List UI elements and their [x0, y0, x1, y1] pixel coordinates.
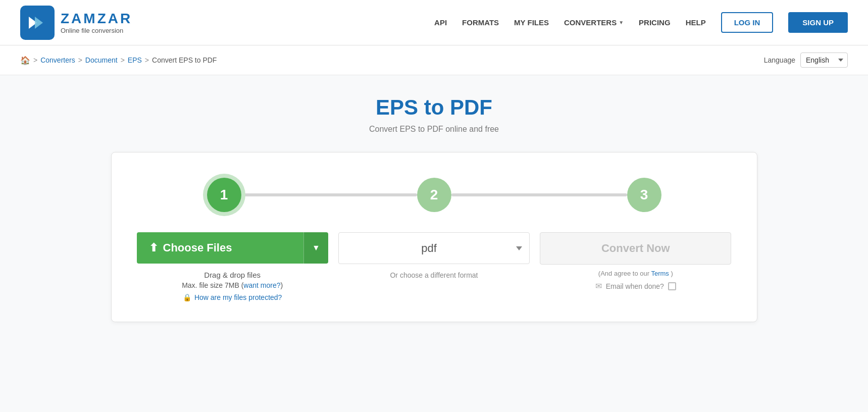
- nav-converters[interactable]: CONVERTERS: [564, 18, 617, 27]
- action-row: ⬆ Choose Files ▼ Drag & drop files Max. …: [137, 232, 732, 301]
- page-title-area: EPS to PDF: [111, 95, 757, 120]
- step-2-col: pdf docx png jpg tiff Or choose a differ…: [338, 232, 530, 279]
- login-button[interactable]: LOG IN: [721, 12, 774, 33]
- want-more-link[interactable]: want more?: [243, 281, 280, 289]
- file-size-text: Max. file size 7MB (want more?): [182, 281, 283, 289]
- terms-text: (And agree to our Terms ): [540, 270, 731, 277]
- format-select-wrapper: pdf docx png jpg tiff Or choose a differ…: [338, 232, 530, 279]
- breadcrumb-current: Convert EPS to PDF: [152, 56, 217, 64]
- breadcrumb-sep-1: >: [33, 56, 37, 64]
- main-content: EPS to PDF Convert EPS to PDF online and…: [81, 75, 788, 342]
- email-checkbox[interactable]: [668, 282, 676, 290]
- steps-container: 1 2 3: [207, 178, 661, 212]
- lock-icon: 🔒: [183, 293, 191, 301]
- breadcrumb-converters[interactable]: Converters: [40, 56, 75, 64]
- step-2-number: 2: [430, 187, 438, 203]
- converter-card: 1 2 3 ⬆ Choose Files ▼: [111, 152, 757, 322]
- step-3-number: 3: [640, 187, 648, 203]
- drag-drop-text: Drag & drop files: [204, 271, 261, 279]
- email-icon: ✉: [595, 281, 602, 291]
- format-select[interactable]: pdf docx png jpg tiff: [338, 232, 530, 264]
- email-label: Email when done?: [606, 282, 664, 290]
- breadcrumb-home-icon[interactable]: 🏠: [20, 56, 30, 65]
- breadcrumb-bar: 🏠 > Converters > Document > EPS > Conver…: [0, 45, 868, 75]
- terms-suffix: ): [671, 270, 673, 277]
- choose-files-dropdown-button[interactable]: ▼: [303, 232, 328, 264]
- step-line-1: [241, 193, 417, 196]
- breadcrumb-document[interactable]: Document: [85, 56, 118, 64]
- logo-icon: [20, 6, 55, 40]
- nav: API FORMATS MY FILES CONVERTERS ▼ PRICIN…: [434, 12, 848, 33]
- nav-formats[interactable]: FORMATS: [462, 18, 499, 27]
- converters-dropdown-icon: ▼: [619, 20, 624, 25]
- breadcrumb-sep-3: >: [121, 56, 125, 64]
- terms-link[interactable]: Terms: [651, 270, 669, 277]
- terms-prefix: (And agree to our: [598, 270, 649, 277]
- choose-files-label: Choose Files: [163, 241, 232, 254]
- breadcrumb-eps[interactable]: EPS: [128, 56, 142, 64]
- step-3-circle: 3: [627, 178, 661, 212]
- logo-tagline: Online file conversion: [61, 27, 132, 34]
- nav-converters-wrapper[interactable]: CONVERTERS ▼: [564, 18, 624, 27]
- breadcrumb-sep-4: >: [145, 56, 149, 64]
- step-1-number: 1: [220, 187, 228, 203]
- signup-button[interactable]: SIGN UP: [788, 12, 848, 33]
- convert-now-button[interactable]: Convert Now: [540, 232, 731, 265]
- choose-files-button[interactable]: ⬆ Choose Files: [137, 232, 303, 264]
- header: ZAMZAR Online file conversion API FORMAT…: [0, 0, 868, 45]
- step-3-col: Convert Now (And agree to our Terms ) ✉ …: [540, 232, 731, 291]
- format-hint: Or choose a different format: [338, 271, 530, 279]
- choose-files-wrapper: ⬆ Choose Files ▼: [137, 232, 328, 264]
- dropdown-chevron-icon: ▼: [312, 243, 320, 252]
- nav-pricing[interactable]: PRICING: [639, 18, 671, 27]
- breadcrumb-sep-2: >: [78, 56, 82, 64]
- convert-now-wrapper: Convert Now (And agree to our Terms ) ✉ …: [540, 232, 731, 291]
- language-select[interactable]: English Français Deutsch Español: [800, 53, 848, 68]
- nav-help[interactable]: HELP: [686, 18, 706, 27]
- logo-text: ZAMZAR Online file conversion: [61, 11, 132, 34]
- email-row: ✉ Email when done?: [540, 281, 731, 291]
- page-title: EPS to PDF: [111, 95, 757, 120]
- step-1-col: ⬆ Choose Files ▼ Drag & drop files Max. …: [137, 232, 328, 301]
- nav-my-files[interactable]: MY FILES: [514, 18, 549, 27]
- breadcrumb: 🏠 > Converters > Document > EPS > Conver…: [20, 56, 217, 65]
- logo-area: ZAMZAR Online file conversion: [20, 6, 132, 40]
- step-2-circle: 2: [417, 178, 451, 212]
- protect-link[interactable]: 🔒 How are my files protected?: [183, 293, 282, 301]
- nav-api[interactable]: API: [434, 18, 447, 27]
- logo-name: ZAMZAR: [61, 11, 132, 27]
- language-label: Language: [764, 56, 795, 64]
- page-subtitle: Convert EPS to PDF online and free: [111, 125, 757, 134]
- max-size-label: Max. file size 7MB: [182, 281, 239, 289]
- language-area: Language English Français Deutsch Españo…: [764, 53, 848, 68]
- step-line-2: [451, 193, 627, 196]
- step-1-circle: 1: [207, 178, 241, 212]
- protect-link-label: How are my files protected?: [194, 293, 282, 301]
- upload-icon: ⬆: [149, 241, 158, 254]
